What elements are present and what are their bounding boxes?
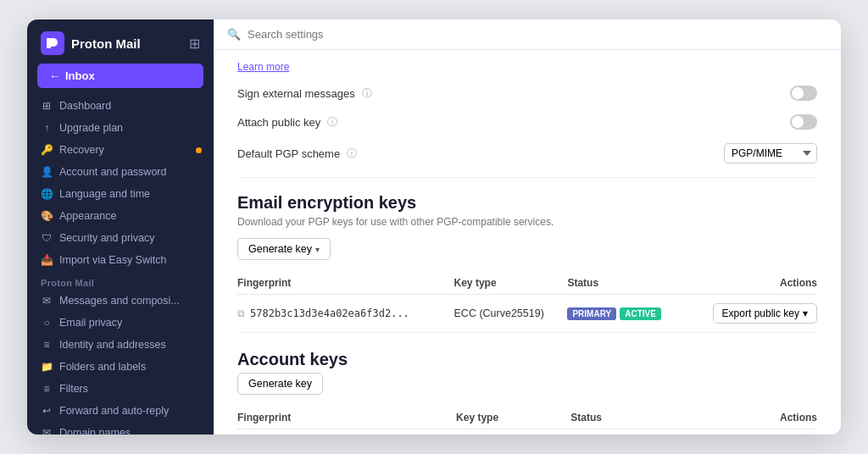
identity-icon: ≡ xyxy=(41,339,53,351)
proton-mail-section-label: Proton Mail xyxy=(27,271,214,290)
sidebar: Proton Mail ⊞ ← Inbox ⊞ Dashboard ↑ Upgr… xyxy=(27,19,214,435)
sidebar-item-messages[interactable]: ✉ Messages and composi... xyxy=(27,290,214,312)
sidebar-item-domain[interactable]: ✉ Domain names xyxy=(27,422,214,435)
app-window: Proton Mail ⊞ ← Inbox ⊞ Dashboard ↑ Upgr… xyxy=(27,19,841,435)
account-key-row: ⧉ c2598642b047acc15db9659... ECC (Curve2… xyxy=(237,429,817,435)
email-key-fingerprint: 5782b3c13d3e4a02ea6f3d2... xyxy=(250,307,409,319)
account-keys-table: Fingerprint Key type Status Actions ⧉ c2… xyxy=(237,407,817,435)
arrow-left-icon: ← xyxy=(49,69,60,82)
attach-key-info-icon[interactable]: ⓘ xyxy=(327,115,337,130)
messages-icon: ✉ xyxy=(41,295,53,307)
sidebar-item-account[interactable]: 👤 Account and password xyxy=(27,161,214,183)
account-icon: 👤 xyxy=(41,166,53,178)
col-actions: Actions xyxy=(686,272,817,295)
sidebar-item-language[interactable]: 🌐 Language and time xyxy=(27,183,214,205)
sidebar-header: Proton Mail ⊞ xyxy=(27,19,214,64)
learn-more-link[interactable]: Learn more xyxy=(237,61,289,73)
sidebar-item-upgrade[interactable]: ↑ Upgrade plan xyxy=(27,117,214,139)
sidebar-item-folders[interactable]: 📁 Folders and labels xyxy=(27,356,214,378)
generate-email-key-button[interactable]: Generate key ▾ xyxy=(237,238,331,260)
sidebar-item-email-privacy[interactable]: ○ Email privacy xyxy=(27,312,214,334)
import-icon: 📥 xyxy=(41,254,53,266)
forward-icon: ↩ xyxy=(41,405,53,417)
export-public-key-button[interactable]: Export public key ▾ xyxy=(713,303,817,324)
sidebar-item-appearance[interactable]: 🎨 Appearance xyxy=(27,205,214,227)
recovery-icon: 🔑 xyxy=(41,144,53,156)
acct-col-fingerprint: Fingerprint xyxy=(237,407,456,429)
sidebar-item-recovery[interactable]: 🔑 Recovery xyxy=(27,139,214,161)
recovery-badge xyxy=(196,147,202,153)
email-keys-title: Email encryption keys xyxy=(237,193,817,213)
proton-logo-icon xyxy=(41,31,64,55)
pgp-settings-section: Learn more Sign external messages ⓘ Atta… xyxy=(237,50,817,178)
folders-icon: 📁 xyxy=(41,361,53,373)
grid-icon[interactable]: ⊞ xyxy=(189,36,200,52)
email-key-fingerprint-cell: ⧉ 5782b3c13d3e4a02ea6f3d2... xyxy=(237,307,454,319)
account-key-type: ECC (Curve25519) xyxy=(456,429,570,435)
logo: Proton Mail xyxy=(41,31,141,55)
sidebar-item-import[interactable]: 📥 Import via Easy Switch xyxy=(27,249,214,271)
pgp-scheme-info-icon[interactable]: ⓘ xyxy=(347,147,357,161)
email-keys-section: Email encryption keys Download your PGP … xyxy=(237,193,817,333)
primary-badge: PRIMARY xyxy=(567,307,616,320)
active-badge: ACTIVE xyxy=(620,307,661,320)
sign-external-label: Sign external messages xyxy=(237,87,355,100)
search-input[interactable] xyxy=(248,28,827,41)
attach-key-toggle[interactable] xyxy=(790,114,817,130)
dashboard-icon: ⊞ xyxy=(41,100,53,112)
sidebar-item-security[interactable]: 🛡 Security and privacy xyxy=(27,227,214,249)
sidebar-item-identity[interactable]: ≡ Identity and addresses xyxy=(27,334,214,356)
pgp-scheme-row: Default PGP scheme ⓘ PGP/MIME PGP/Inline xyxy=(237,136,817,170)
svg-rect-1 xyxy=(47,43,51,48)
email-key-type: ECC (Curve25519) xyxy=(454,295,568,333)
email-keys-desc: Download your PGP keys for use with othe… xyxy=(237,216,817,228)
col-keytype: Key type xyxy=(454,272,568,295)
col-status: Status xyxy=(567,272,685,295)
settings-content: Learn more Sign external messages ⓘ Atta… xyxy=(214,50,841,435)
filters-icon: ≡ xyxy=(41,383,53,395)
account-keys-section: Account keys Generate key Fingerprint Ke… xyxy=(237,350,817,435)
app-title: Proton Mail xyxy=(71,36,141,51)
attach-key-row: Attach public key ⓘ xyxy=(237,108,817,136)
sidebar-item-dashboard[interactable]: ⊞ Dashboard xyxy=(27,95,214,117)
sign-external-info-icon[interactable]: ⓘ xyxy=(362,86,372,101)
acct-col-keytype: Key type xyxy=(456,407,570,429)
attach-key-label: Attach public key xyxy=(237,116,320,129)
export-caret-icon: ▾ xyxy=(803,307,808,319)
search-icon: 🔍 xyxy=(227,28,241,41)
account-keys-title: Account keys xyxy=(237,350,817,369)
generate-account-key-button[interactable]: Generate key xyxy=(237,373,323,395)
acct-col-status: Status xyxy=(570,407,689,429)
sign-external-toggle[interactable] xyxy=(790,86,817,101)
sidebar-item-filters[interactable]: ≡ Filters xyxy=(27,378,214,400)
generate-email-key-caret-icon: ▾ xyxy=(315,245,320,254)
upgrade-icon: ↑ xyxy=(41,122,53,134)
security-icon: 🛡 xyxy=(41,232,53,244)
col-fingerprint: Fingerprint xyxy=(237,272,454,295)
email-key-row: ⧉ 5782b3c13d3e4a02ea6f3d2... ECC (Curve2… xyxy=(237,295,817,333)
appearance-icon: 🎨 xyxy=(41,210,53,222)
sign-external-row: Sign external messages ⓘ xyxy=(237,79,817,108)
email-privacy-icon: ○ xyxy=(41,317,53,329)
email-keys-table: Fingerprint Key type Status Actions ⧉ 57… xyxy=(237,272,817,333)
pgp-scheme-label: Default PGP scheme xyxy=(237,147,340,160)
email-key-status: PRIMARY ACTIVE xyxy=(567,307,685,320)
inbox-button[interactable]: ← Inbox xyxy=(37,64,203,88)
sidebar-item-forward[interactable]: ↩ Forward and auto-reply xyxy=(27,400,214,422)
sidebar-nav: ⊞ Dashboard ↑ Upgrade plan 🔑 Recovery 👤 … xyxy=(27,95,214,435)
acct-col-actions: Actions xyxy=(690,407,817,429)
search-bar: 🔍 xyxy=(214,19,841,50)
copy-fingerprint-icon[interactable]: ⧉ xyxy=(237,307,245,319)
domain-icon: ✉ xyxy=(41,427,53,435)
main-content: 🔍 Learn more Sign external messages ⓘ At… xyxy=(214,19,841,435)
pgp-scheme-select[interactable]: PGP/MIME PGP/Inline xyxy=(724,143,817,163)
language-icon: 🌐 xyxy=(41,188,53,200)
